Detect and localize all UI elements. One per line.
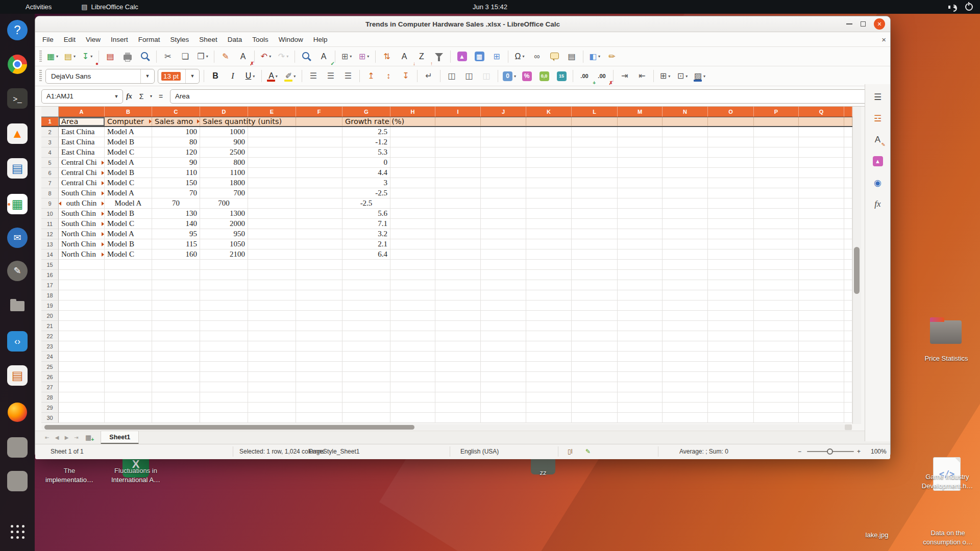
column-header-D[interactable]: D [200,107,248,117]
insert-image-button[interactable]: ▲ [454,49,470,64]
chevron-down-icon[interactable]: ▾ [350,54,352,59]
cell-D29[interactable] [200,403,248,413]
merge-cells-button[interactable]: ◫ [461,69,477,83]
cell-D8[interactable]: 700 [200,188,248,198]
cell-C16[interactable] [152,270,200,280]
sidebar-settings-button[interactable]: ☰ [865,88,890,106]
styles-deck-button[interactable]: A✎ [865,131,890,148]
name-box[interactable]: A1:AMJ1 ▼ [41,89,123,104]
row-header-10[interactable]: 10 [41,209,59,219]
cell-partial-24[interactable] [844,352,852,362]
cell-J5[interactable] [481,158,526,168]
cell-F8[interactable] [296,188,342,198]
cell-D20[interactable] [200,311,248,321]
cell-L14[interactable] [572,249,618,260]
cell-D28[interactable] [200,392,248,403]
cell-A8[interactable]: South Chin [59,188,105,198]
cell-partial-15[interactable] [844,260,852,270]
cell-A12[interactable]: North Chin [59,229,105,239]
cell-J15[interactable] [481,260,526,270]
row-header-9[interactable]: 9 [41,198,59,209]
cell-H10[interactable] [390,209,435,219]
cell-L28[interactable] [572,392,618,403]
cell-D1[interactable]: Sales quantity (units) [200,117,248,126]
cell-D23[interactable] [200,341,248,352]
cell-K27[interactable] [526,382,572,392]
spelling-button[interactable]: A✓ [315,49,332,64]
column-header-E[interactable]: E [248,107,296,117]
menu-tools[interactable]: Tools [247,36,274,43]
cell-M28[interactable] [618,392,663,403]
close-button[interactable]: × [874,18,885,30]
cell-L11[interactable] [572,219,618,229]
cell-B25[interactable] [105,362,152,372]
cell-C1[interactable]: Sales amo [152,117,200,126]
dock-gimp-icon[interactable]: ✎ [6,260,29,282]
cell-I7[interactable] [435,178,481,188]
cell-K3[interactable] [526,137,572,147]
cell-L27[interactable] [572,382,618,392]
cell-B28[interactable] [105,392,152,403]
insert-chart-button[interactable]: ▥ [471,49,487,64]
cell-F29[interactable] [296,403,342,413]
cell-F19[interactable] [296,300,342,311]
cell-Q18[interactable] [799,290,844,300]
cell-F10[interactable] [296,209,342,219]
row-header-20[interactable]: 20 [41,311,59,321]
cell-E7[interactable] [248,178,296,188]
cell-G5[interactable]: 0 [342,158,390,168]
cell-G14[interactable]: 6.4 [342,249,390,260]
cell-F23[interactable] [296,341,342,352]
cell-C5[interactable]: 90 [152,158,200,168]
cell-Q6[interactable] [799,168,844,178]
cell-Q10[interactable] [799,209,844,219]
cell-P18[interactable] [754,290,799,300]
cell-P29[interactable] [754,403,799,413]
cell-D14[interactable]: 2100 [200,249,248,260]
focused-app-indicator[interactable]: ▤ LibreOffice Calc [81,3,138,11]
cell-partial-21[interactable] [844,321,852,331]
chevron-down-icon[interactable]: ▾ [668,74,670,79]
row-header-18[interactable]: 18 [41,290,59,300]
dock-chrome-icon[interactable] [6,53,29,76]
cell-D25[interactable] [200,362,248,372]
cell-N11[interactable] [663,219,708,229]
cell-F16[interactable] [296,270,342,280]
row-header-30[interactable]: 30 [41,413,59,423]
row-header-8[interactable]: 8 [41,188,59,198]
cell-Q23[interactable] [799,341,844,352]
cell-N30[interactable] [663,413,708,423]
cell-G8[interactable]: -2.5 [342,188,390,198]
chevron-down-icon[interactable]: ▾ [90,54,92,59]
cell-M25[interactable] [618,362,663,372]
cell-H23[interactable] [390,341,435,352]
signature-icon[interactable]: ✎ [585,448,591,455]
cell-P8[interactable] [754,188,799,198]
formula-button[interactable]: = [155,90,167,103]
align-center-button[interactable]: ☰ [323,69,339,83]
cell-G19[interactable] [342,300,390,311]
cell-N8[interactable] [663,188,708,198]
cell-B21[interactable] [105,321,152,331]
cell-K1[interactable] [526,117,572,126]
cell-C25[interactable] [152,362,200,372]
cell-P12[interactable] [754,229,799,239]
cell-B18[interactable] [105,290,152,300]
cell-K2[interactable] [526,127,572,137]
cell-L18[interactable] [572,290,618,300]
cell-G10[interactable]: 5.6 [342,209,390,219]
cell-C29[interactable] [152,403,200,413]
cell-P2[interactable] [754,127,799,137]
cell-L4[interactable] [572,147,618,158]
cell-G30[interactable] [342,413,390,423]
cell-C10[interactable]: 130 [152,209,200,219]
maximize-button[interactable] [861,21,866,27]
cell-J22[interactable] [481,331,526,341]
cell-A7[interactable]: Central Chi [59,178,105,188]
cell-D26[interactable] [200,372,248,382]
cell-E20[interactable] [248,311,296,321]
cell-K11[interactable] [526,219,572,229]
cell-partial-26[interactable] [844,372,852,382]
cell-G20[interactable] [342,311,390,321]
desktop-icon-zz-label[interactable]: zz [540,468,547,478]
